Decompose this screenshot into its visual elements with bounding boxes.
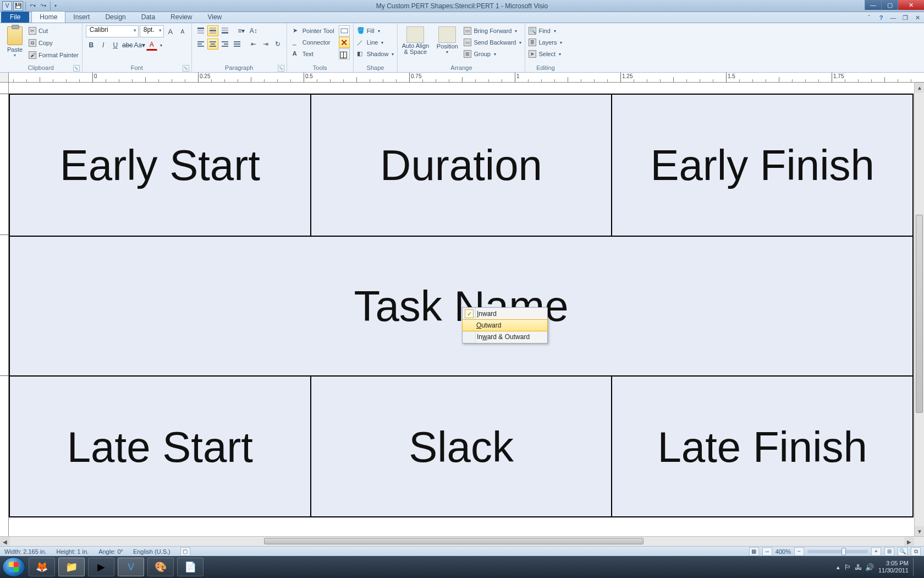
ctx-inward[interactable]: ✓ Inward bbox=[463, 308, 547, 320]
align-center-button[interactable] bbox=[207, 39, 218, 50]
tray-network-icon[interactable]: 🖧 bbox=[855, 563, 862, 571]
zoom-slider-knob[interactable] bbox=[842, 548, 846, 555]
bold-button[interactable]: B bbox=[86, 40, 97, 51]
drawing-canvas[interactable]: Early Start Duration Early Finish Task N… bbox=[9, 83, 914, 536]
align-left-button[interactable] bbox=[195, 39, 206, 50]
font-color-dropdown[interactable]: ▾ bbox=[158, 40, 164, 51]
vertical-scrollbar[interactable]: ▲ ▼ bbox=[914, 83, 924, 536]
auto-align-button[interactable]: Auto Align & Space bbox=[401, 26, 430, 64]
scroll-left-button[interactable]: ◀ bbox=[0, 537, 10, 547]
redo-icon[interactable]: ↷▾ bbox=[38, 3, 48, 8]
switch-windows-button[interactable]: ⧉ bbox=[911, 547, 921, 556]
paste-button[interactable]: Paste ▾ bbox=[3, 24, 26, 64]
macro-record-button[interactable]: ▢ bbox=[180, 547, 190, 556]
horizontal-scrollbar[interactable]: ◀ ▶ bbox=[0, 536, 924, 546]
tray-volume-icon[interactable]: 🔊 bbox=[865, 563, 874, 571]
hscroll-thumb[interactable] bbox=[264, 538, 644, 544]
tab-file[interactable]: File bbox=[1, 12, 29, 23]
start-button[interactable] bbox=[2, 557, 25, 577]
scroll-down-button[interactable]: ▼ bbox=[915, 526, 924, 536]
ruler-horizontal[interactable]: 00.250.50.7511.251.51.75 bbox=[9, 73, 924, 83]
pointer-tool-button[interactable]: ➤Pointer Tool bbox=[290, 25, 337, 36]
taskbar-notepad[interactable]: 📄 bbox=[177, 558, 204, 576]
zoom-level[interactable]: 400% bbox=[776, 548, 791, 555]
fit-page-button[interactable]: ⊞ bbox=[884, 547, 894, 556]
pert-early-start[interactable]: Early Start bbox=[10, 95, 310, 236]
minimize-button[interactable]: — bbox=[865, 0, 881, 10]
ctx-inward-outward[interactable]: Inward & Outward bbox=[463, 331, 547, 343]
tab-data[interactable]: Data bbox=[134, 12, 163, 23]
justify-button[interactable] bbox=[232, 39, 243, 50]
rotate-text-button[interactable]: ↻ bbox=[272, 39, 283, 50]
pan-zoom-button[interactable]: 🔍 bbox=[898, 547, 908, 556]
mdi-minimize-icon[interactable]: — bbox=[889, 13, 898, 22]
select-button[interactable]: ➤Select▾ bbox=[529, 48, 562, 59]
pert-slack[interactable]: Slack bbox=[310, 377, 613, 517]
ribbon-minimize-icon[interactable]: ˆ bbox=[865, 13, 873, 22]
align-right-button[interactable] bbox=[219, 39, 230, 50]
text-tool-button[interactable]: AText bbox=[290, 48, 337, 59]
send-backward-button[interactable]: ▭Send Backward▾ bbox=[464, 37, 521, 48]
undo-icon[interactable]: ↶▾ bbox=[28, 3, 37, 8]
font-size-combo[interactable]: 8pt. bbox=[140, 25, 164, 37]
crop-tool-button[interactable]: ◫ bbox=[339, 48, 350, 59]
line-button[interactable]: ／Line▾ bbox=[357, 37, 394, 48]
tray-clock[interactable]: 3:05 PM 11/30/2011 bbox=[878, 560, 909, 574]
tab-review[interactable]: Review bbox=[163, 12, 200, 23]
page-width-button[interactable]: ↔ bbox=[762, 547, 772, 556]
presentation-mode-button[interactable]: ▦ bbox=[749, 547, 759, 556]
mdi-restore-icon[interactable]: ❐ bbox=[901, 13, 910, 22]
tray-action-center-icon[interactable]: 🏳 bbox=[844, 563, 851, 571]
text-direction-button[interactable]: A↕ bbox=[248, 25, 259, 36]
connection-point-tool-button[interactable]: ✕ bbox=[339, 37, 350, 48]
rectangle-tool-button[interactable] bbox=[339, 25, 350, 36]
taskbar-explorer[interactable]: 📁 bbox=[58, 558, 85, 576]
layers-button[interactable]: ≣Layers▾ bbox=[529, 37, 562, 48]
align-bottom-button[interactable] bbox=[219, 25, 230, 36]
ctx-outward[interactable]: Outward bbox=[462, 319, 548, 331]
align-top-button[interactable] bbox=[195, 25, 206, 36]
tab-design[interactable]: Design bbox=[97, 12, 133, 23]
strikethrough-button[interactable]: abc bbox=[122, 40, 133, 51]
tray-show-hidden-icon[interactable]: ▴ bbox=[837, 564, 840, 571]
group-button[interactable]: ⊞Group▾ bbox=[464, 48, 521, 59]
shadow-button[interactable]: ◧Shadow▾ bbox=[357, 48, 394, 59]
increase-indent-button[interactable]: ⇥ bbox=[260, 39, 271, 50]
pert-task-name[interactable]: Task Name bbox=[10, 237, 912, 375]
font-color-button[interactable]: A bbox=[146, 40, 157, 51]
qat-customize-icon[interactable]: ▾ bbox=[53, 3, 58, 8]
bullets-button[interactable]: ≡▾ bbox=[236, 25, 247, 36]
tab-insert[interactable]: Insert bbox=[65, 12, 97, 23]
position-button[interactable]: Position ▾ bbox=[433, 26, 461, 64]
connector-tool-button[interactable]: ⎯Connector bbox=[290, 37, 337, 48]
decrease-indent-button[interactable]: ⇤ bbox=[248, 39, 259, 50]
tab-home[interactable]: Home bbox=[31, 11, 65, 23]
cut-button[interactable]: ✂Cut bbox=[29, 25, 79, 36]
align-middle-button[interactable] bbox=[207, 25, 218, 36]
pert-shape[interactable]: Early Start Duration Early Finish Task N… bbox=[9, 94, 914, 517]
italic-button[interactable]: I bbox=[98, 40, 109, 51]
ruler-vertical[interactable] bbox=[0, 83, 9, 536]
taskbar-media-player[interactable]: ▶ bbox=[88, 558, 114, 576]
taskbar-firefox[interactable]: 🦊 bbox=[29, 558, 55, 576]
paragraph-launcher[interactable]: ⤡ bbox=[278, 65, 284, 72]
zoom-slider[interactable] bbox=[807, 550, 868, 553]
font-name-combo[interactable]: Calibri bbox=[86, 25, 139, 37]
find-button[interactable]: 🔍Find▾ bbox=[529, 25, 562, 36]
vscroll-thumb[interactable] bbox=[916, 215, 923, 413]
font-launcher[interactable]: ⤡ bbox=[183, 65, 189, 72]
zoom-in-button[interactable]: + bbox=[871, 547, 881, 556]
mdi-close-icon[interactable]: ✕ bbox=[913, 13, 922, 22]
tab-view[interactable]: View bbox=[200, 12, 229, 23]
zoom-out-button[interactable]: − bbox=[794, 547, 804, 556]
visio-app-icon[interactable]: V bbox=[2, 1, 12, 11]
scroll-right-button[interactable]: ▶ bbox=[904, 537, 914, 547]
underline-button[interactable]: U bbox=[110, 40, 121, 51]
bring-forward-button[interactable]: ▭Bring Forward▾ bbox=[464, 25, 521, 36]
pert-early-finish[interactable]: Early Finish bbox=[612, 95, 912, 236]
maximize-button[interactable]: ▢ bbox=[881, 0, 898, 10]
pert-duration[interactable]: Duration bbox=[310, 95, 613, 236]
fill-button[interactable]: 🪣Fill▾ bbox=[357, 25, 394, 36]
taskbar-paint[interactable]: 🎨 bbox=[147, 558, 174, 576]
save-icon[interactable]: 💾 bbox=[13, 1, 23, 11]
